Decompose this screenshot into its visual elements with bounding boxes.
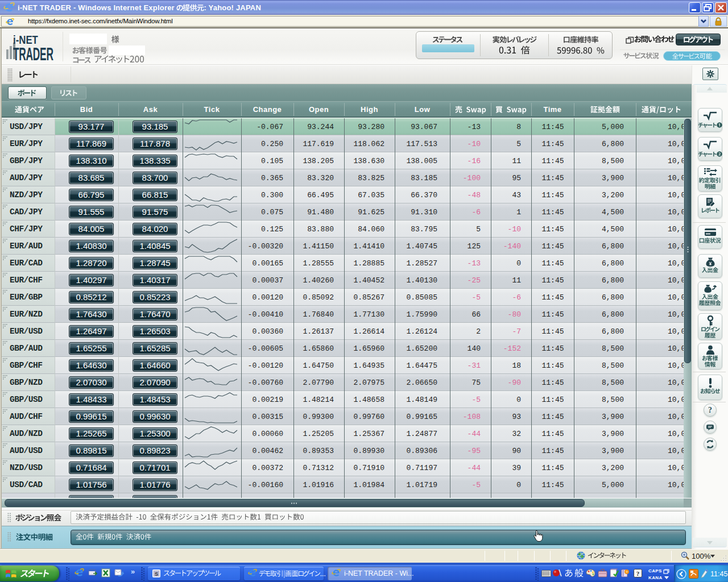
svg-text:S: S [155, 571, 158, 577]
svg-text:?: ? [636, 570, 640, 577]
